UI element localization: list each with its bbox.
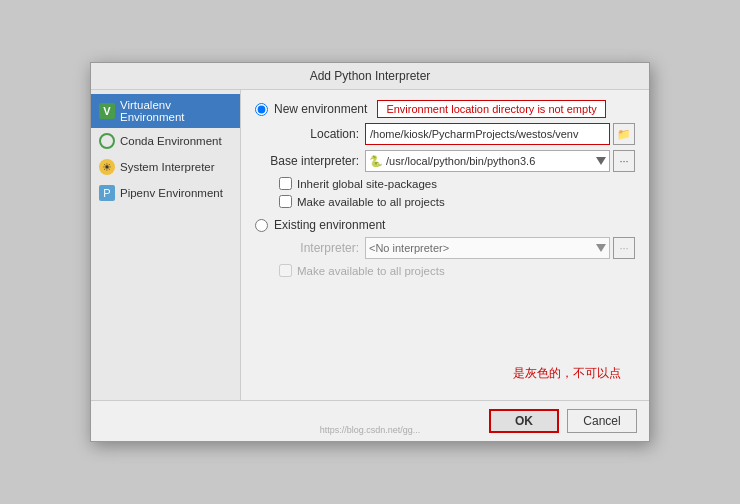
- conda-icon: [99, 133, 115, 149]
- cancel-button[interactable]: Cancel: [567, 409, 637, 433]
- system-icon: ☀: [99, 159, 115, 175]
- base-interpreter-browse-button[interactable]: ···: [613, 150, 635, 172]
- make-available-new-label: Make available to all projects: [297, 196, 445, 208]
- sidebar-item-conda[interactable]: Conda Environment: [91, 128, 240, 154]
- error-banner: Environment location directory is not em…: [377, 100, 605, 118]
- sidebar-item-virtualenv-label: Virtualenv Environment: [120, 99, 232, 123]
- sidebar-item-pipenv-label: Pipenv Environment: [120, 187, 223, 199]
- interpreter-label: Interpreter:: [259, 241, 359, 255]
- existing-env-radio-row: Existing environment: [255, 218, 635, 232]
- annotation-label: 是灰色的，不可以点: [513, 365, 621, 382]
- virtualenv-icon: V: [99, 103, 115, 119]
- base-interpreter-select-row: 🐍 /usr/local/python/bin/python3.6: [365, 150, 610, 172]
- location-browse-button[interactable]: 📁: [613, 123, 635, 145]
- dialog-title: Add Python Interpreter: [91, 63, 649, 90]
- dialog-footer: https://blog.csdn.net/gg... OK Cancel: [91, 400, 649, 441]
- base-interpreter-select[interactable]: 🐍 /usr/local/python/bin/python3.6: [365, 150, 610, 172]
- interpreter-select[interactable]: <No interpreter>: [365, 237, 610, 259]
- sidebar-item-system-label: System Interpreter: [120, 161, 215, 173]
- inherit-checkbox-row: Inherit global site-packages: [279, 177, 635, 190]
- make-available-existing-label: Make available to all projects: [297, 265, 445, 277]
- sidebar: V Virtualenv Environment Conda Environme…: [91, 90, 241, 400]
- sidebar-item-virtualenv[interactable]: V Virtualenv Environment: [91, 94, 240, 128]
- location-input-group: 📁: [365, 123, 635, 145]
- folder-icon: 📁: [617, 128, 631, 141]
- sidebar-item-conda-label: Conda Environment: [120, 135, 222, 147]
- new-environment-section: New environment Environment location dir…: [255, 100, 635, 208]
- inherit-label: Inherit global site-packages: [297, 178, 437, 190]
- sidebar-item-pipenv[interactable]: P Pipenv Environment: [91, 180, 240, 206]
- location-input[interactable]: [365, 123, 610, 145]
- existing-environment-section: Existing environment Interpreter: <No in…: [255, 218, 635, 277]
- existing-env-radio-label: Existing environment: [274, 218, 385, 232]
- ok-button[interactable]: OK: [489, 409, 559, 433]
- add-python-interpreter-dialog: Add Python Interpreter V Virtualenv Envi…: [90, 62, 650, 442]
- dots-icon-2: ···: [619, 242, 628, 254]
- make-available-existing-checkbox[interactable]: [279, 264, 292, 277]
- interpreter-input-group: <No interpreter> ···: [365, 237, 635, 259]
- new-env-radio[interactable]: [255, 103, 268, 116]
- dots-icon: ···: [619, 155, 628, 167]
- existing-env-radio[interactable]: [255, 219, 268, 232]
- make-available-existing-checkbox-row: Make available to all projects: [279, 264, 635, 277]
- sidebar-item-system[interactable]: ☀ System Interpreter: [91, 154, 240, 180]
- base-interpreter-group: 🐍 /usr/local/python/bin/python3.6 ···: [365, 150, 635, 172]
- interpreter-row: Interpreter: <No interpreter> ···: [259, 237, 635, 259]
- new-env-radio-label: New environment: [274, 102, 367, 116]
- base-interpreter-row: Base interpreter: 🐍 /usr/local/python/bi…: [259, 150, 635, 172]
- interpreter-browse-button[interactable]: ···: [613, 237, 635, 259]
- watermark: https://blog.csdn.net/gg...: [320, 425, 421, 435]
- location-label: Location:: [259, 127, 359, 141]
- annotation-text: 是灰色的，不可以点: [255, 285, 635, 390]
- location-row: Location: 📁: [259, 123, 635, 145]
- base-interpreter-label: Base interpreter:: [259, 154, 359, 168]
- main-content: New environment Environment location dir…: [241, 90, 649, 400]
- interpreter-select-row: <No interpreter>: [365, 237, 610, 259]
- new-env-radio-row: New environment Environment location dir…: [255, 100, 635, 118]
- make-available-new-checkbox[interactable]: [279, 195, 292, 208]
- pipenv-icon: P: [99, 185, 115, 201]
- inherit-checkbox[interactable]: [279, 177, 292, 190]
- make-available-new-checkbox-row: Make available to all projects: [279, 195, 635, 208]
